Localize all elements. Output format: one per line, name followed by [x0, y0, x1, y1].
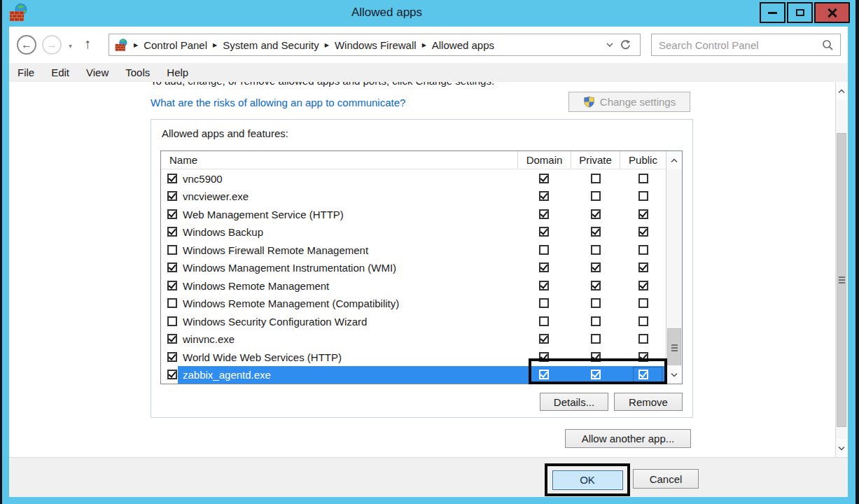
public-checkbox[interactable] — [638, 174, 648, 183]
table-row[interactable]: Windows Firewall Remote Management — [161, 241, 666, 259]
domain-checkbox[interactable] — [539, 209, 549, 219]
scroll-thumb[interactable] — [837, 133, 846, 427]
minimize-button[interactable] — [760, 2, 785, 23]
scroll-up-button[interactable] — [666, 151, 682, 169]
app-enabled-checkbox[interactable] — [167, 227, 177, 237]
private-checkbox[interactable] — [591, 370, 601, 379]
domain-checkbox[interactable] — [539, 316, 549, 326]
column-header-private[interactable]: Private — [571, 151, 620, 169]
private-checkbox[interactable] — [591, 334, 601, 344]
allow-another-app-button[interactable]: Allow another app... — [565, 429, 691, 448]
private-checkbox[interactable] — [591, 245, 601, 255]
domain-checkbox[interactable] — [539, 174, 549, 183]
app-enabled-checkbox[interactable] — [167, 352, 177, 362]
allowed-apps-list: NameDomainPrivatePublic vnc5900vncviewer… — [160, 150, 683, 384]
public-checkbox[interactable] — [638, 227, 648, 237]
details-button[interactable]: Details... — [540, 393, 608, 411]
table-row[interactable]: vncviewer.exe — [161, 188, 666, 206]
table-row[interactable]: Web Management Service (HTTP) — [161, 205, 666, 223]
table-row[interactable]: zabbix_agentd.exe — [161, 366, 666, 384]
table-row[interactable]: World Wide Web Services (HTTP) — [161, 348, 666, 366]
app-enabled-checkbox[interactable] — [167, 262, 177, 272]
domain-checkbox[interactable] — [539, 191, 549, 201]
up-button[interactable]: ↑ — [84, 36, 91, 52]
table-row[interactable]: Windows Backup — [161, 223, 666, 241]
table-row[interactable]: Windows Management Instrumentation (WMI) — [161, 259, 666, 277]
domain-checkbox[interactable] — [539, 370, 549, 379]
app-enabled-checkbox[interactable] — [167, 334, 177, 344]
menu-item-view[interactable]: View — [78, 66, 117, 78]
private-checkbox[interactable] — [591, 298, 601, 308]
private-checkbox[interactable] — [591, 316, 601, 326]
app-enabled-checkbox[interactable] — [167, 174, 177, 183]
column-header-public[interactable]: Public — [620, 151, 666, 169]
private-checkbox[interactable] — [591, 191, 601, 201]
domain-checkbox[interactable] — [539, 281, 549, 290]
private-checkbox[interactable] — [591, 174, 601, 183]
public-checkbox[interactable] — [638, 298, 648, 308]
refresh-button[interactable] — [620, 39, 631, 51]
address-bar[interactable]: ▶Control Panel▶System and Security▶Windo… — [109, 34, 641, 56]
menu-item-tools[interactable]: Tools — [117, 66, 158, 78]
public-checkbox[interactable] — [638, 209, 648, 219]
public-checkbox[interactable] — [638, 245, 648, 255]
table-row[interactable]: Windows Remote Management — [161, 276, 666, 295]
scroll-down-button[interactable] — [666, 365, 682, 384]
public-checkbox[interactable] — [638, 316, 648, 326]
app-enabled-checkbox[interactable] — [167, 245, 177, 255]
public-checkbox[interactable] — [638, 352, 648, 362]
domain-checkbox[interactable] — [539, 352, 549, 362]
public-checkbox[interactable] — [638, 262, 648, 272]
list-scrollbar[interactable] — [666, 151, 682, 384]
remove-button[interactable]: Remove — [614, 393, 683, 411]
private-checkbox[interactable] — [591, 352, 601, 362]
table-row[interactable]: vnc5900 — [161, 169, 666, 188]
scroll-down-button[interactable] — [836, 439, 847, 457]
search-icon[interactable] — [822, 39, 834, 51]
domain-checkbox[interactable] — [539, 245, 549, 255]
app-enabled-checkbox[interactable] — [167, 209, 177, 219]
public-checkbox[interactable] — [638, 334, 648, 344]
table-row[interactable]: Windows Remote Management (Compatibility… — [161, 295, 666, 313]
app-enabled-checkbox[interactable] — [167, 370, 177, 379]
app-enabled-checkbox[interactable] — [167, 316, 177, 326]
change-settings-button[interactable]: Change settings — [568, 92, 690, 112]
back-button[interactable]: ← — [17, 35, 36, 55]
cancel-button[interactable]: Cancel — [633, 469, 699, 489]
history-dropdown-button[interactable]: ▾ — [69, 42, 72, 50]
public-checkbox[interactable] — [638, 281, 648, 290]
domain-checkbox[interactable] — [539, 227, 549, 237]
column-header-name[interactable]: Name — [161, 151, 518, 169]
public-checkbox[interactable] — [638, 191, 648, 201]
window-scrollbar[interactable] — [835, 82, 847, 457]
app-enabled-checkbox[interactable] — [167, 191, 177, 201]
table-row[interactable]: Windows Security Configuration Wizard — [161, 312, 666, 330]
app-enabled-checkbox[interactable] — [167, 298, 177, 308]
private-checkbox[interactable] — [591, 262, 601, 272]
menu-item-file[interactable]: File — [9, 66, 43, 78]
column-header-domain[interactable]: Domain — [518, 151, 571, 169]
breadcrumb-item-control-panel[interactable]: Control Panel — [144, 39, 207, 51]
breadcrumb-item-windows-firewall[interactable]: Windows Firewall — [335, 39, 417, 51]
breadcrumb-item-system-and-security[interactable]: System and Security — [223, 39, 319, 51]
forward-button[interactable]: → — [42, 35, 62, 55]
ok-button[interactable]: OK — [552, 470, 623, 490]
scroll-thumb[interactable] — [667, 328, 681, 367]
private-checkbox[interactable] — [591, 227, 601, 237]
table-row[interactable]: winvnc.exe — [161, 330, 666, 349]
close-button[interactable] — [814, 2, 850, 23]
search-input[interactable] — [652, 34, 818, 55]
domain-checkbox[interactable] — [539, 298, 549, 308]
risks-help-link[interactable]: What are the risks of allowing an app to… — [151, 97, 405, 108]
menu-item-edit[interactable]: Edit — [43, 66, 78, 78]
scroll-up-button[interactable] — [836, 82, 847, 100]
private-checkbox[interactable] — [591, 209, 601, 219]
private-checkbox[interactable] — [591, 281, 601, 290]
app-enabled-checkbox[interactable] — [167, 281, 177, 290]
menu-item-help[interactable]: Help — [158, 66, 197, 78]
domain-checkbox[interactable] — [539, 262, 549, 272]
domain-checkbox[interactable] — [539, 334, 549, 344]
maximize-button[interactable] — [787, 2, 813, 23]
address-dropdown-button[interactable] — [606, 42, 614, 48]
breadcrumb-item-allowed-apps[interactable]: Allowed apps — [432, 39, 494, 51]
